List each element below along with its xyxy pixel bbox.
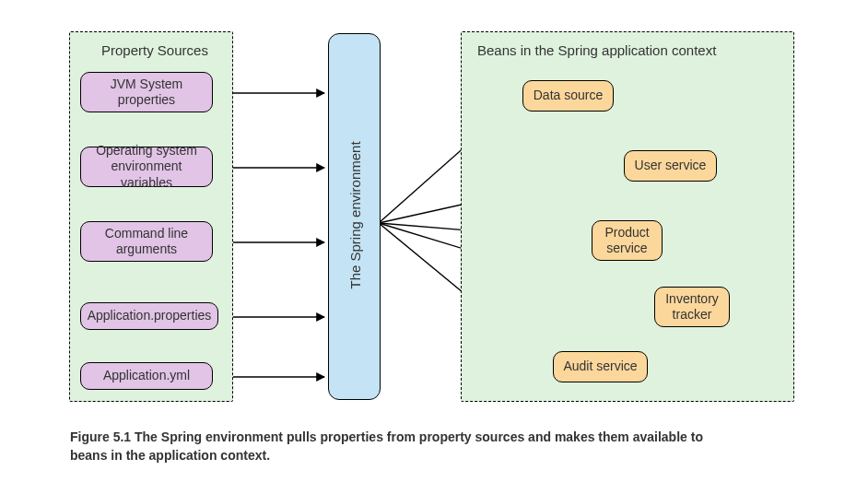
bean-data-source: Data source bbox=[522, 80, 614, 112]
source-label: Operating system environment variables bbox=[87, 143, 206, 192]
bean-product-service: Product service bbox=[592, 220, 663, 261]
bean-inventory-tracker: Inventory tracker bbox=[654, 287, 730, 327]
spring-environment-label: The Spring environment bbox=[347, 142, 363, 289]
bean-user-service: User service bbox=[624, 150, 717, 182]
source-label: JVM System properties bbox=[87, 76, 206, 109]
source-os-env-vars: Operating system environment variables bbox=[80, 147, 213, 187]
source-application-yml: Application.yml bbox=[80, 362, 213, 390]
bean-label: Audit service bbox=[563, 359, 637, 375]
beans-panel bbox=[461, 31, 794, 402]
bean-label: Product service bbox=[598, 225, 656, 257]
property-sources-title: Property Sources bbox=[101, 42, 208, 58]
source-label: Command line arguments bbox=[87, 226, 206, 258]
source-command-line-args: Command line arguments bbox=[80, 221, 213, 262]
bean-label: Data source bbox=[534, 88, 603, 104]
source-jvm-system-properties: JVM System properties bbox=[80, 72, 213, 112]
source-label: Application.yml bbox=[103, 368, 190, 384]
source-label: Application.properties bbox=[88, 308, 212, 324]
beans-title: Beans in the Spring application context bbox=[477, 42, 716, 58]
diagram-stage: Property Sources JVM System properties O… bbox=[0, 0, 868, 482]
bean-audit-service: Audit service bbox=[553, 351, 648, 382]
source-application-properties: Application.properties bbox=[80, 302, 218, 330]
bean-label: User service bbox=[635, 158, 707, 174]
bean-label: Inventory tracker bbox=[661, 291, 723, 323]
figure-caption: Figure 5.1 The Spring environment pulls … bbox=[70, 428, 733, 465]
